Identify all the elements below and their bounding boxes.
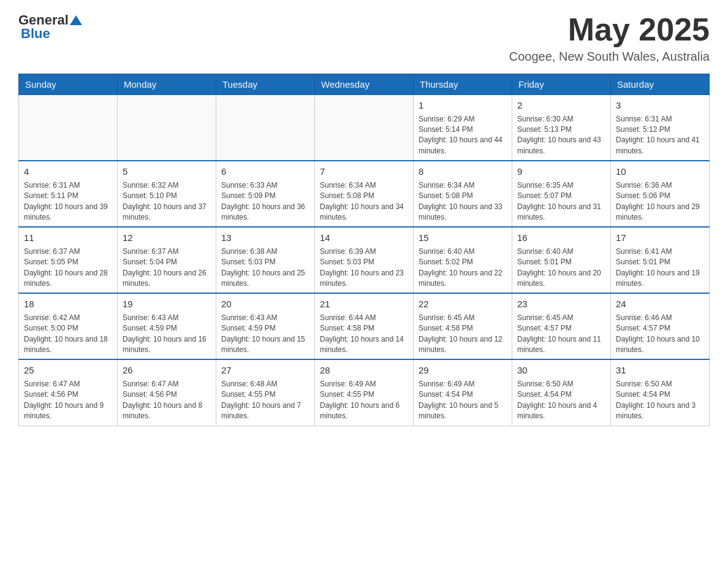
calendar-cell: 5Sunrise: 6:32 AMSunset: 5:10 PMDaylight… <box>118 161 216 227</box>
calendar-week-row: 4Sunrise: 6:31 AMSunset: 5:11 PMDaylight… <box>19 161 710 227</box>
calendar-cell: 4Sunrise: 6:31 AMSunset: 5:11 PMDaylight… <box>19 161 118 227</box>
calendar-cell: 17Sunrise: 6:41 AMSunset: 5:01 PMDayligh… <box>611 227 710 293</box>
day-number: 15 <box>419 231 507 245</box>
day-number: 17 <box>616 231 704 245</box>
day-info: Sunrise: 6:50 AMSunset: 4:54 PMDaylight:… <box>517 379 605 422</box>
calendar-cell: 9Sunrise: 6:35 AMSunset: 5:07 PMDaylight… <box>512 161 611 227</box>
day-number: 13 <box>221 231 309 245</box>
day-info: Sunrise: 6:30 AMSunset: 5:13 PMDaylight:… <box>517 114 605 157</box>
calendar-cell: 8Sunrise: 6:34 AMSunset: 5:08 PMDaylight… <box>414 161 512 227</box>
day-number: 27 <box>221 364 309 378</box>
calendar-table: SundayMondayTuesdayWednesdayThursdayFrid… <box>18 74 710 426</box>
weekday-header-wednesday: Wednesday <box>315 74 414 95</box>
day-info: Sunrise: 6:47 AMSunset: 4:56 PMDaylight:… <box>24 379 112 422</box>
calendar-cell: 31Sunrise: 6:50 AMSunset: 4:54 PMDayligh… <box>611 359 710 426</box>
title-section: May 2025 Coogee, New South Wales, Austra… <box>509 12 710 64</box>
day-number: 30 <box>517 364 605 378</box>
calendar-cell: 6Sunrise: 6:33 AMSunset: 5:09 PMDaylight… <box>216 161 315 227</box>
day-number: 10 <box>616 165 704 179</box>
calendar-week-row: 25Sunrise: 6:47 AMSunset: 4:56 PMDayligh… <box>19 359 710 426</box>
calendar-cell: 12Sunrise: 6:37 AMSunset: 5:04 PMDayligh… <box>118 227 216 293</box>
calendar-cell: 28Sunrise: 6:49 AMSunset: 4:55 PMDayligh… <box>315 359 414 426</box>
day-number: 22 <box>419 297 507 312</box>
location-title: Coogee, New South Wales, Australia <box>509 50 710 64</box>
day-info: Sunrise: 6:37 AMSunset: 5:05 PMDaylight:… <box>24 247 112 289</box>
day-info: Sunrise: 6:45 AMSunset: 4:58 PMDaylight:… <box>419 313 507 356</box>
calendar-cell: 1Sunrise: 6:29 AMSunset: 5:14 PMDaylight… <box>414 95 512 161</box>
weekday-header-tuesday: Tuesday <box>216 74 315 95</box>
calendar-week-row: 18Sunrise: 6:42 AMSunset: 5:00 PMDayligh… <box>19 293 710 359</box>
logo: General Blue <box>18 12 82 42</box>
day-number: 21 <box>320 297 408 312</box>
day-number: 24 <box>616 297 704 312</box>
calendar-cell: 20Sunrise: 6:43 AMSunset: 4:59 PMDayligh… <box>216 293 315 359</box>
calendar-cell: 23Sunrise: 6:45 AMSunset: 4:57 PMDayligh… <box>512 293 611 359</box>
month-title: May 2025 <box>509 12 710 47</box>
day-info: Sunrise: 6:37 AMSunset: 5:04 PMDaylight:… <box>123 247 211 289</box>
day-number: 25 <box>24 364 112 378</box>
calendar-cell: 16Sunrise: 6:40 AMSunset: 5:01 PMDayligh… <box>512 227 611 293</box>
calendar-cell: 3Sunrise: 6:31 AMSunset: 5:12 PMDaylight… <box>611 95 710 161</box>
day-info: Sunrise: 6:31 AMSunset: 5:11 PMDaylight:… <box>24 180 112 223</box>
day-number: 7 <box>320 165 408 179</box>
calendar-cell: 29Sunrise: 6:49 AMSunset: 4:54 PMDayligh… <box>414 359 512 426</box>
day-number: 11 <box>24 231 112 245</box>
day-number: 31 <box>616 364 704 378</box>
day-info: Sunrise: 6:43 AMSunset: 4:59 PMDaylight:… <box>123 313 211 356</box>
day-info: Sunrise: 6:33 AMSunset: 5:09 PMDaylight:… <box>221 180 309 223</box>
day-number: 20 <box>221 297 309 312</box>
day-number: 14 <box>320 231 408 245</box>
day-info: Sunrise: 6:36 AMSunset: 5:06 PMDaylight:… <box>616 180 704 223</box>
day-info: Sunrise: 6:40 AMSunset: 5:02 PMDaylight:… <box>419 247 507 289</box>
day-info: Sunrise: 6:40 AMSunset: 5:01 PMDaylight:… <box>517 247 605 289</box>
calendar-cell: 24Sunrise: 6:46 AMSunset: 4:57 PMDayligh… <box>611 293 710 359</box>
weekday-header-row: SundayMondayTuesdayWednesdayThursdayFrid… <box>19 74 710 95</box>
weekday-header-friday: Friday <box>512 74 611 95</box>
calendar-week-row: 11Sunrise: 6:37 AMSunset: 5:05 PMDayligh… <box>19 227 710 293</box>
calendar-cell <box>315 95 414 161</box>
day-info: Sunrise: 6:32 AMSunset: 5:10 PMDaylight:… <box>123 180 211 223</box>
day-info: Sunrise: 6:48 AMSunset: 4:55 PMDaylight:… <box>221 379 309 422</box>
calendar-cell <box>19 95 118 161</box>
calendar-cell: 18Sunrise: 6:42 AMSunset: 5:00 PMDayligh… <box>19 293 118 359</box>
day-number: 6 <box>221 165 309 179</box>
day-info: Sunrise: 6:34 AMSunset: 5:08 PMDaylight:… <box>419 180 507 223</box>
day-number: 3 <box>616 99 704 113</box>
day-info: Sunrise: 6:38 AMSunset: 5:03 PMDaylight:… <box>221 247 309 289</box>
calendar-cell: 26Sunrise: 6:47 AMSunset: 4:56 PMDayligh… <box>118 359 216 426</box>
day-info: Sunrise: 6:31 AMSunset: 5:12 PMDaylight:… <box>616 114 704 157</box>
day-info: Sunrise: 6:39 AMSunset: 5:03 PMDaylight:… <box>320 247 408 289</box>
weekday-header-monday: Monday <box>118 74 216 95</box>
day-number: 29 <box>419 364 507 378</box>
calendar-cell: 19Sunrise: 6:43 AMSunset: 4:59 PMDayligh… <box>118 293 216 359</box>
calendar-cell: 15Sunrise: 6:40 AMSunset: 5:02 PMDayligh… <box>414 227 512 293</box>
weekday-header-saturday: Saturday <box>611 74 710 95</box>
day-info: Sunrise: 6:50 AMSunset: 4:54 PMDaylight:… <box>616 379 704 422</box>
day-number: 23 <box>517 297 605 312</box>
day-info: Sunrise: 6:34 AMSunset: 5:08 PMDaylight:… <box>320 180 408 223</box>
weekday-header-sunday: Sunday <box>19 74 118 95</box>
calendar-week-row: 1Sunrise: 6:29 AMSunset: 5:14 PMDaylight… <box>19 95 710 161</box>
calendar-cell: 7Sunrise: 6:34 AMSunset: 5:08 PMDaylight… <box>315 161 414 227</box>
day-info: Sunrise: 6:45 AMSunset: 4:57 PMDaylight:… <box>517 313 605 356</box>
day-number: 26 <box>123 364 211 378</box>
day-info: Sunrise: 6:49 AMSunset: 4:54 PMDaylight:… <box>419 379 507 422</box>
day-number: 28 <box>320 364 408 378</box>
calendar-cell: 22Sunrise: 6:45 AMSunset: 4:58 PMDayligh… <box>414 293 512 359</box>
calendar-cell: 25Sunrise: 6:47 AMSunset: 4:56 PMDayligh… <box>19 359 118 426</box>
calendar-cell: 27Sunrise: 6:48 AMSunset: 4:55 PMDayligh… <box>216 359 315 426</box>
calendar-cell <box>216 95 315 161</box>
day-info: Sunrise: 6:43 AMSunset: 4:59 PMDaylight:… <box>221 313 309 356</box>
day-number: 1 <box>419 99 507 113</box>
calendar-cell: 30Sunrise: 6:50 AMSunset: 4:54 PMDayligh… <box>512 359 611 426</box>
day-info: Sunrise: 6:42 AMSunset: 5:00 PMDaylight:… <box>24 313 112 356</box>
logo-blue: Blue <box>21 26 50 42</box>
day-number: 19 <box>123 297 211 312</box>
day-number: 16 <box>517 231 605 245</box>
day-number: 4 <box>24 165 112 179</box>
day-info: Sunrise: 6:44 AMSunset: 4:58 PMDaylight:… <box>320 313 408 356</box>
calendar-cell: 13Sunrise: 6:38 AMSunset: 5:03 PMDayligh… <box>216 227 315 293</box>
calendar-cell: 11Sunrise: 6:37 AMSunset: 5:05 PMDayligh… <box>19 227 118 293</box>
day-info: Sunrise: 6:41 AMSunset: 5:01 PMDaylight:… <box>616 247 704 289</box>
day-number: 18 <box>24 297 112 312</box>
